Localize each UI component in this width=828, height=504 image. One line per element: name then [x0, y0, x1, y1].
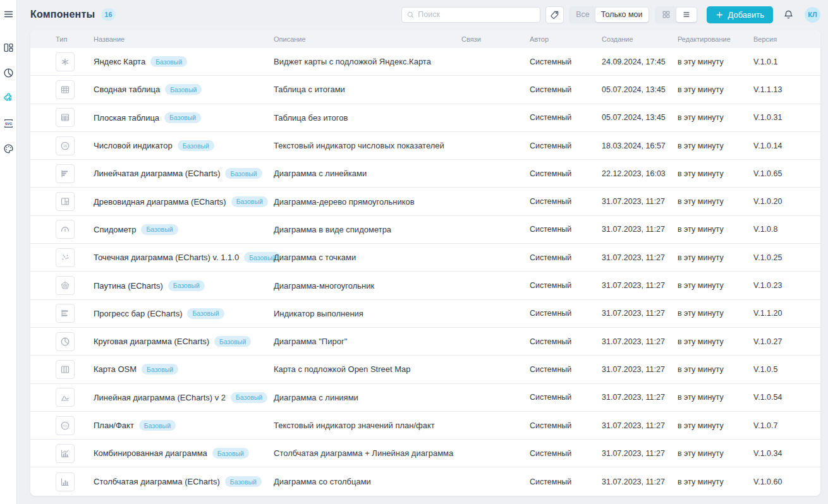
version-cell: V.1.0.7 — [753, 421, 820, 430]
table-row[interactable]: Яндекс Карта Базовый Виджет карты с подл… — [30, 48, 820, 76]
table-row[interactable]: Комбинированная диаграмма Базовый Столбч… — [30, 440, 820, 467]
table-row[interactable]: Сводная таблица Базовый Таблица с итогам… — [30, 76, 820, 104]
description-cell: Диаграмма с линейками — [274, 169, 461, 178]
component-name: Яндекс Карта — [94, 57, 145, 66]
status-badge: Базовый — [142, 364, 178, 375]
search-input[interactable] — [418, 10, 535, 19]
table-row[interactable]: Карта OSM Базовый Карта с подложкой Open… — [30, 356, 820, 383]
type-cell — [56, 304, 94, 323]
description-cell: Текстовый индикатор значений план/факт — [274, 421, 461, 430]
name-cell: Круговая диаграмма (ECharts) Базовый — [94, 336, 274, 347]
author-cell: Системный — [530, 365, 602, 374]
tags-filter-button[interactable] — [545, 6, 564, 23]
table-row[interactable]: 16 Числовой индикатор Базовый Текстовый … — [30, 132, 820, 160]
components-table: Тип Название Описание Связи Автор Создан… — [30, 30, 820, 496]
component-name: Древовидная диаграмма (ECharts) — [94, 197, 226, 207]
name-cell: Яндекс Карта Базовый — [94, 56, 274, 67]
status-badge: Базовый — [231, 392, 267, 403]
component-name: Паутина (ECharts) — [94, 281, 163, 291]
table-row[interactable]: Древовидная диаграмма (ECharts) Базовый … — [30, 188, 820, 215]
table-row[interactable]: Точечная диаграмма (ECharts) v. 1.1.0 Ба… — [30, 244, 820, 272]
notifications-button[interactable] — [783, 9, 794, 20]
name-cell: Столбчатая диаграмма (ECharts) Базовый — [94, 476, 274, 487]
created-cell: 31.07.2023, 11:27 — [602, 449, 678, 458]
author-cell: Системный — [530, 253, 602, 262]
puzzle-icon — [3, 93, 14, 104]
add-button[interactable]: Добавить — [707, 6, 773, 23]
edited-cell: в эту минуту — [678, 197, 753, 206]
author-cell: Системный — [530, 393, 602, 402]
edited-cell: в эту минуту — [678, 141, 753, 150]
sidebar-item-dashboards[interactable] — [0, 35, 17, 60]
avatar[interactable]: КЛ — [805, 7, 820, 23]
description-cell: Диаграмма-многоугольник — [274, 281, 461, 291]
edited-cell: в эту минуту — [678, 57, 753, 66]
table-row[interactable]: Столбчатая диаграмма (ECharts) Базовый Д… — [30, 467, 820, 495]
status-badge: Базовый — [212, 448, 249, 459]
description-cell: Диаграмма "Пирог" — [274, 337, 461, 346]
table-row[interactable]: Плоская таблица Базовый Таблица без итог… — [30, 104, 820, 132]
edited-cell: в эту минуту — [678, 421, 753, 430]
filter-all-option[interactable]: Все — [570, 8, 595, 22]
version-cell: V.1.0.23 — [753, 281, 820, 290]
edited-cell: в эту минуту — [678, 365, 753, 374]
combo-icon — [56, 444, 75, 463]
svg-icon: SVG — [3, 118, 14, 129]
grid-view-button[interactable] — [656, 8, 676, 22]
sidebar-item-analytics[interactable] — [0, 60, 17, 85]
status-badge: Базовый — [141, 224, 178, 235]
name-cell: Линейная диаграмма (ECharts) v 2 Базовый — [94, 392, 274, 403]
component-name: Столбчатая диаграмма (ECharts) — [94, 477, 220, 486]
component-name: Круговая диаграмма (ECharts) — [94, 337, 209, 346]
sidebar-item-components[interactable] — [0, 85, 17, 111]
search-icon — [406, 11, 415, 19]
svg-text:SVG: SVG — [4, 121, 12, 125]
type-cell — [56, 444, 94, 463]
description-cell: Индикатор выполнения — [274, 309, 461, 318]
description-cell: Диаграмма с линиями — [274, 393, 461, 402]
table-row[interactable]: Прогресс бар (ECharts) Базовый Индикатор… — [30, 300, 820, 328]
column-header-created: Создание — [602, 35, 678, 43]
author-cell: Системный — [530, 225, 602, 234]
hamburger-menu-icon[interactable] — [3, 9, 14, 20]
main-area: Компоненты 16 Все Только мои — [17, 0, 828, 504]
table-row[interactable]: Спидометр Базовый Диаграмма в виде спидо… — [30, 216, 820, 244]
sidebar-item-svg-assets[interactable]: SVG — [0, 111, 17, 136]
column-header-links: Связи — [461, 35, 530, 43]
edited-cell: в эту минуту — [678, 113, 753, 122]
component-name: Спидометр — [94, 225, 136, 234]
type-cell — [56, 164, 94, 183]
created-cell: 31.07.2023, 11:27 — [602, 253, 678, 262]
bars-horizontal-icon — [56, 164, 75, 183]
edited-cell: в эту минуту — [678, 281, 753, 290]
table-row[interactable]: Паутина (ECharts) Базовый Диаграмма-мног… — [30, 272, 820, 299]
version-cell: V.1.0.65 — [753, 169, 820, 178]
type-cell — [56, 332, 94, 351]
filter-mine-option[interactable]: Только мои — [595, 8, 648, 22]
scatter-icon — [56, 248, 75, 267]
table-row[interactable]: Линейная диаграмма (ECharts) v 2 Базовый… — [30, 384, 820, 412]
name-cell: Сводная таблица Базовый — [94, 84, 274, 95]
topbar: Компоненты 16 Все Только мои — [17, 0, 828, 29]
table-row[interactable]: Линейчатая диаграмма (ECharts) Базовый Д… — [30, 160, 820, 188]
status-badge: Базовый — [168, 280, 205, 291]
type-cell — [56, 192, 94, 211]
column-header-name: Название — [94, 35, 274, 43]
table-row[interactable]: 75% План/Факт Базовый Текстовый индикато… — [30, 412, 820, 440]
author-cell: Системный — [530, 337, 602, 346]
author-cell: Системный — [530, 85, 602, 94]
name-cell: Числовой индикатор Базовый — [94, 140, 274, 151]
svg-text:16: 16 — [63, 144, 67, 148]
layout-icon — [3, 42, 14, 53]
table-row[interactable]: Круговая диаграмма (ECharts) Базовый Диа… — [30, 328, 820, 356]
type-cell — [56, 248, 94, 267]
status-badge: Базовый — [225, 476, 262, 487]
type-cell — [56, 276, 94, 295]
version-cell: V.1.0.20 — [753, 197, 820, 206]
edited-cell: в эту минуту — [678, 309, 753, 318]
name-cell: Прогресс бар (ECharts) Базовый — [94, 308, 274, 319]
description-cell: Диаграмма с точками — [274, 253, 461, 262]
number-indicator-icon: 16 — [56, 136, 75, 155]
list-view-button[interactable] — [676, 8, 697, 22]
sidebar-item-palette[interactable] — [0, 136, 17, 161]
